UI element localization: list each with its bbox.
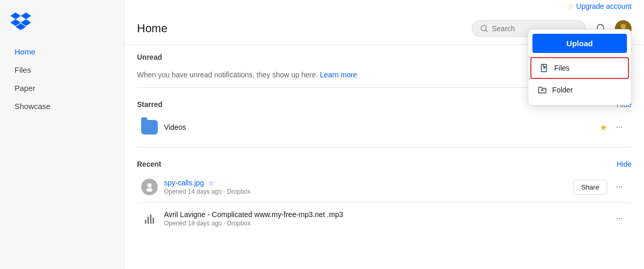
item-name-spy-calls: spy-calls.jpg ☆ Opened 14 days ago · Dro… [164, 179, 567, 195]
unread-title: Unread [137, 53, 162, 61]
item-divider [137, 203, 632, 203]
upload-folder-icon [538, 85, 547, 95]
audio-bar-4 [153, 218, 154, 224]
dropdown-files-label: Files [554, 64, 570, 72]
recent-item-avril: Avril Lavigne - Complicated www.my-free-… [137, 205, 632, 232]
dropdown-item-folder[interactable]: Folder [528, 79, 631, 101]
person-icon [141, 179, 158, 195]
more-options-button-2[interactable]: ··· [611, 180, 627, 194]
spy-calls-link[interactable]: spy-calls.jpg [164, 179, 204, 187]
item-actions-videos: ★ ··· [600, 120, 627, 134]
recent-section-header: Recent Hide [137, 160, 632, 168]
learn-more-link[interactable]: Learn more [320, 71, 358, 79]
more-options-button-3[interactable]: ··· [611, 211, 627, 226]
upload-button[interactable]: Upload [532, 34, 627, 53]
starred-item-videos: Videos ★ ··· [137, 114, 632, 141]
sidebar-nav: Home Files Paper Showcase [0, 43, 124, 115]
upload-file-icon [540, 63, 549, 73]
page-title: Home [137, 22, 168, 35]
star-filled-icon[interactable]: ★ [600, 123, 607, 132]
avril-filename: Avril Lavigne - Complicated www.my-free-… [164, 210, 605, 219]
dropbox-logo-icon [10, 12, 31, 31]
main-content: ☆ Upgrade account Home [125, 0, 644, 269]
section-divider-2 [137, 147, 632, 147]
search-icon [481, 25, 488, 32]
folder-icon-container [141, 119, 158, 136]
audio-icon-container [141, 210, 158, 227]
star-outline-icon[interactable]: ☆ [208, 179, 214, 187]
recent-item-spy-calls: spy-calls.jpg ☆ Opened 14 days ago · Dro… [137, 173, 632, 200]
person-icon-container [141, 179, 158, 195]
item-name-avril: Avril Lavigne - Complicated www.my-free-… [164, 210, 605, 227]
sidebar-item-home[interactable]: Home [4, 43, 120, 60]
starred-section: Starred Hide Videos ★ ··· [137, 100, 632, 147]
dropdown-item-files[interactable]: Files [530, 57, 629, 79]
recent-section: Recent Hide [137, 160, 632, 232]
item-actions-spy-calls: Share ··· [573, 180, 627, 195]
avril-meta: Opened 18 days ago · Dropbox [164, 220, 605, 227]
sidebar-item-files[interactable]: Files [4, 61, 120, 78]
star-icon: ☆ [567, 2, 574, 10]
audio-bar-2 [147, 217, 149, 224]
sidebar: Home Files Paper Showcase [0, 0, 125, 269]
header-left: Home [137, 22, 168, 35]
spy-calls-meta: Opened 14 days ago · Dropbox [164, 188, 567, 195]
sidebar-item-paper[interactable]: Paper [4, 79, 120, 97]
svg-point-3 [621, 24, 626, 29]
item-actions-avril: ··· [611, 211, 627, 226]
audio-icon [145, 213, 154, 224]
audio-bar-1 [145, 220, 146, 224]
recent-title: Recent [137, 160, 161, 168]
logo-container [0, 8, 124, 43]
upload-dropdown: Upload Files Folde [528, 29, 632, 105]
upgrade-account-link[interactable]: ☆ Upgrade account [567, 2, 632, 10]
dropdown-folder-label: Folder [552, 86, 573, 94]
upgrade-bar: ☆ Upgrade account [125, 0, 644, 13]
recent-hide-button[interactable]: Hide [616, 160, 632, 168]
sidebar-item-showcase[interactable]: Showcase [4, 98, 120, 115]
item-name-videos: Videos [164, 123, 594, 131]
svg-point-6 [146, 188, 153, 192]
folder-icon [141, 120, 158, 134]
audio-bar-3 [150, 214, 152, 224]
svg-line-1 [486, 30, 487, 32]
starred-title: Starred [137, 100, 162, 109]
more-options-button[interactable]: ··· [611, 120, 627, 134]
share-button[interactable]: Share [573, 180, 607, 195]
svg-point-5 [147, 183, 152, 187]
